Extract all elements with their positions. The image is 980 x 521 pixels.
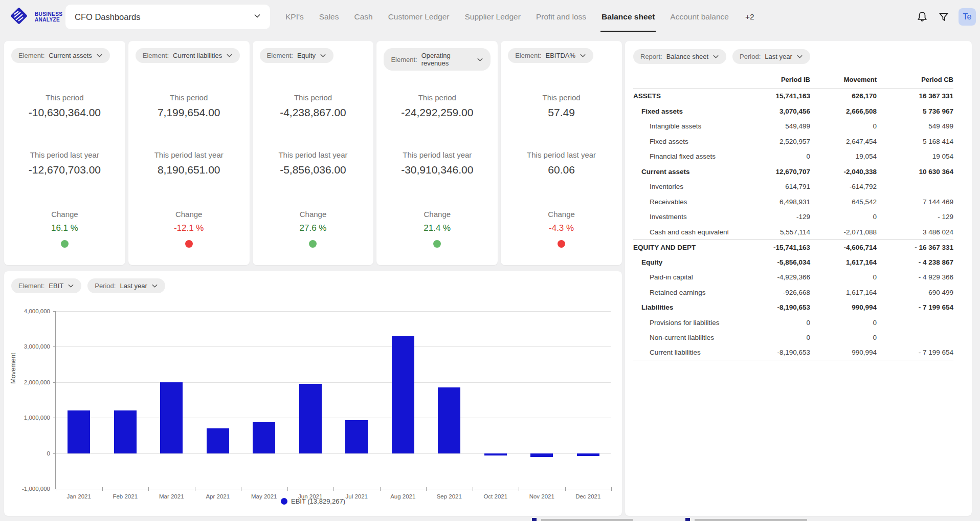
kpi-chip-row: Element:Operating revenues <box>384 48 491 71</box>
kpi-element-filter[interactable]: Element:Equity <box>260 48 333 63</box>
balance-sheet-panel: Report: Balance sheet Period: Last year … <box>625 41 972 516</box>
tab-balance-sheet[interactable]: Balance sheet <box>600 2 656 32</box>
row-name: Equity <box>633 258 728 266</box>
notifications-bell-icon[interactable] <box>916 10 929 24</box>
tabs-overflow-count[interactable]: +2 <box>745 12 754 21</box>
kpi-change-label: Change <box>300 210 327 219</box>
dashboard-tabs: KPI'sSalesCashCustomer LedgerSupplier Le… <box>284 0 754 34</box>
kpi-last-year-label: This period last year <box>154 150 224 159</box>
report-period-filter-label: Period: <box>740 53 761 60</box>
kpi-this-period-label: This period <box>542 93 580 102</box>
row-period-cb: 690 499 <box>877 289 953 296</box>
kpi-card-equity: Element:EquityThis period-4,238,867.00Th… <box>253 41 374 265</box>
kpi-this-period-value: -24,292,259.00 <box>401 106 473 119</box>
dashboard-selector[interactable]: CFO Dashboards <box>65 5 270 29</box>
bar-may-2021 <box>253 422 275 453</box>
kpi-element-filter[interactable]: Element:Operating revenues <box>384 48 491 71</box>
row-period-cb: 7 144 469 <box>877 198 953 206</box>
row-name: Fixed assets <box>633 107 728 115</box>
kpi-element-filter[interactable]: Element:Current assets <box>11 48 110 63</box>
user-avatar[interactable]: Te <box>959 8 976 26</box>
kpi-element-filter[interactable]: Element:EBITDA% <box>508 48 593 63</box>
row-period-cb: - 7 199 654 <box>877 303 953 311</box>
table-row: Equity-5,856,0341,617,164- 4 238 867 <box>633 255 953 270</box>
chevron-down-icon <box>226 52 233 59</box>
x-tick-mark <box>565 487 566 491</box>
y-tick-label: 1,000,000 <box>4 415 50 421</box>
report-period-filter[interactable]: Period: Last year <box>732 49 810 64</box>
kpi-last-year-label: This period last year <box>403 150 472 159</box>
tab-customer-ledger[interactable]: Customer Ledger <box>387 2 451 32</box>
row-name: Fixed assets <box>633 138 728 145</box>
row-period-cb: 16 367 331 <box>877 92 953 100</box>
tab-account-balance[interactable]: Account balance <box>669 2 730 32</box>
row-name: Paid-in capital <box>633 273 728 281</box>
row-period-ib: -926,668 <box>728 289 810 296</box>
kpi-status-dot <box>558 240 565 248</box>
kpi-last-year-label: This period last year <box>527 150 596 159</box>
bar-apr-2021 <box>207 428 229 453</box>
filter-funnel-icon[interactable] <box>937 10 950 24</box>
bar-dec-2021 <box>577 453 599 457</box>
kpi-change-label: Change <box>175 210 203 219</box>
tab-sales[interactable]: Sales <box>318 2 340 32</box>
x-tick-mark <box>380 487 381 491</box>
kpi-chip-row: Element:EBITDA% <box>508 48 615 71</box>
row-period-cb: - 4 238 867 <box>877 258 953 266</box>
row-name: ASSETS <box>633 92 728 100</box>
tab-kpi-s[interactable]: KPI's <box>284 2 305 32</box>
kpi-status-dot <box>309 240 317 248</box>
report-period-filter-value: Last year <box>765 53 792 60</box>
tab-profit-and-loss[interactable]: Profit and loss <box>535 2 587 32</box>
kpi-element-filter-value: Operating revenues <box>421 52 473 67</box>
column-header-period-cb: Period CB <box>877 76 953 83</box>
row-period-cb: - 7 199 654 <box>877 349 953 356</box>
kpi-status-dot <box>433 240 441 248</box>
kpi-change-value: 16.1 % <box>51 223 78 233</box>
table-row: Current assets12,670,707-2,040,33810 630… <box>633 164 953 180</box>
chart-period-filter-value: Last year <box>120 282 147 290</box>
tab-cash[interactable]: Cash <box>353 2 373 32</box>
chevron-down-icon <box>151 283 158 289</box>
bar-jul-2021 <box>345 420 368 453</box>
brand: BUSINESSANALYZE <box>7 4 62 30</box>
table-row: Fixed assets2,520,9572,647,4545 168 414 <box>633 134 953 149</box>
report-type-filter[interactable]: Report: Balance sheet <box>633 49 726 64</box>
ebit-chart-panel: Element: EBIT Period: Last year Movement… <box>4 271 622 516</box>
x-tick-mark <box>102 487 103 491</box>
x-tick-mark <box>195 487 195 491</box>
kpi-change-label: Change <box>424 210 451 219</box>
y-tick-mark <box>53 382 56 383</box>
row-period-ib: 5,557,114 <box>728 228 810 236</box>
row-period-ib: 0 <box>728 153 810 160</box>
row-period-cb: - 16 367 331 <box>877 244 953 251</box>
kpi-last-year-value: -12,670,703.00 <box>29 164 101 176</box>
y-tick-mark <box>53 311 56 312</box>
tab-supplier-ledger[interactable]: Supplier Ledger <box>463 2 521 32</box>
kpi-element-filter-value: Equity <box>297 52 316 59</box>
kpi-this-period-value: -4,238,867.00 <box>280 106 346 119</box>
bar-oct-2021 <box>484 453 507 455</box>
kpi-element-filter-value: Current liabilities <box>173 52 222 59</box>
row-period-cb: - 4 929 366 <box>877 273 953 281</box>
bar-aug-2021 <box>392 336 414 453</box>
row-period-cb: 19 054 <box>877 153 953 160</box>
table-row: Liabilities-8,190,653990,994- 7 199 654 <box>633 300 953 315</box>
row-name: Intangible assets <box>633 122 728 130</box>
row-name: Financial fixed assets <box>633 153 728 160</box>
chart-element-filter[interactable]: Element: EBIT <box>11 278 81 293</box>
kpi-change-value: -12.1 % <box>174 223 204 233</box>
kpi-last-year-label: This period last year <box>278 150 347 159</box>
kpi-chip-row: Element:Current assets <box>11 48 118 71</box>
bar-jun-2021 <box>299 384 322 453</box>
row-period-ib: 0 <box>728 319 810 327</box>
row-name: Provisions for liabilities <box>633 319 728 327</box>
chart-period-filter[interactable]: Period: Last year <box>87 278 165 293</box>
row-period-cb: 10 630 364 <box>877 168 953 176</box>
row-movement: 0 <box>810 122 877 130</box>
kpi-this-period-label: This period <box>418 93 456 102</box>
y-tick-label: 3,000,000 <box>4 343 50 350</box>
kpi-element-filter[interactable]: Element:Current liabilities <box>136 48 240 63</box>
kpi-change-value: 21.4 % <box>424 223 451 233</box>
table-row: Provisions for liabilities00 <box>633 315 953 331</box>
